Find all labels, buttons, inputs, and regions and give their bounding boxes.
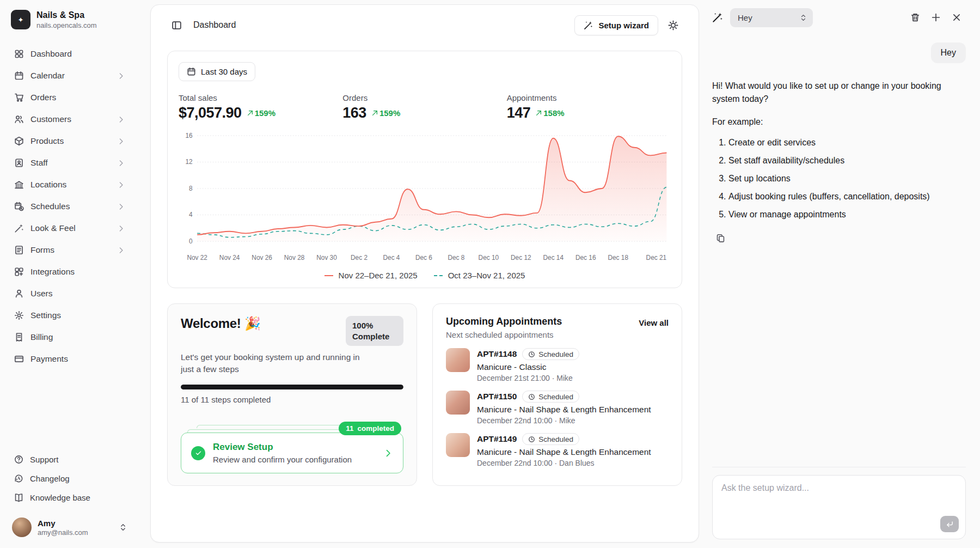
example-item: Adjust booking rules (buffers, cancellat… [728,190,954,203]
sidebar-item-label: Orders [30,93,56,102]
svg-text:16: 16 [185,132,192,139]
dashboard-icon [14,49,24,59]
chat-actions [906,8,966,27]
legend-label: Nov 22–Dec 21, 2025 [339,271,418,280]
sales-chart: 0481216Nov 22Nov 24Nov 26Nov 28Nov 30Dec… [179,129,671,280]
sidebar-item-integrations[interactable]: Integrations [9,261,131,282]
chat-input[interactable] [721,483,957,516]
sidebar-item-users[interactable]: Users [9,283,131,304]
copy-message-button[interactable] [712,230,728,246]
setup-wizard-button[interactable]: Setup wizard [574,15,658,35]
sidebar-item-look-feel[interactable]: Look & Feel [9,218,131,239]
chat-messages: Hey Hi! What would you like to set up or… [712,42,966,467]
sidebar-item-label: Dashboard [30,49,72,59]
sidebar-item-payments[interactable]: Payments [9,349,131,369]
svg-text:12: 12 [185,158,192,166]
welcome-description: Let's get your booking system up and run… [181,351,366,375]
progress-bar [181,385,403,389]
sidebar-item-label: Staff [30,158,48,168]
stat-delta: 159% [247,108,275,118]
appointment-id: APT#1148 [477,349,517,359]
sidebar-item-calendar[interactable]: Calendar [9,65,131,86]
panel-left-icon [171,20,182,31]
assistant-panel: Hey Hey Hi! What would you like to set u… [708,0,980,548]
sidebar-item-orders[interactable]: Orders [9,87,131,108]
payments-icon [14,354,24,364]
appointment-row[interactable]: APT#1150ScheduledManicure - Nail Shape &… [446,391,669,425]
review-setup-description: Review and confirm your configuration [213,455,352,464]
svg-text:0: 0 [189,238,193,245]
knowledge-base-icon [14,493,23,502]
clock-icon [528,436,535,443]
schedules-icon [14,202,24,211]
forms-icon [14,245,24,255]
sidebar-item-settings[interactable]: Settings [9,305,131,326]
appointment-row[interactable]: APT#1149ScheduledManicure - Nail Shape &… [446,433,669,467]
trash-icon [910,13,920,22]
stat-value: $7,057.90 [179,105,242,121]
svg-text:Dec 18: Dec 18 [608,254,628,261]
welcome-title: Welcome! 🎉 [181,316,261,331]
sidebar-item-knowledge-base[interactable]: Knowledge base [9,489,131,507]
sidebar-item-locations[interactable]: Locations [9,174,131,195]
new-conversation-button[interactable] [927,8,945,27]
chat-footer [712,467,966,539]
user-menu[interactable]: Amy amy@nails.com [9,514,131,540]
completed-label: completed [357,424,394,433]
welcome-header: Welcome! 🎉 100% Complete [181,316,403,346]
sidebar-item-label: Locations [30,180,66,190]
view-all-link[interactable]: View all [639,318,669,327]
progress-fill [181,385,403,389]
date-range-button[interactable]: Last 30 days [179,62,255,81]
conversation-select[interactable]: Hey [730,8,813,27]
stat-label: Total sales [179,93,342,102]
wand-icon [712,12,723,23]
sidebar-item-label: Integrations [30,267,75,277]
look-feel-icon [14,223,24,233]
close-panel-button[interactable] [947,8,966,27]
sidebar-item-dashboard[interactable]: Dashboard [9,44,131,64]
theme-toggle-button[interactable] [664,16,682,34]
workspace-name: Nails & Spa [36,10,97,20]
send-button[interactable] [940,516,959,532]
appointment-time: December 22nd 10:00 · Mike [477,416,651,425]
changelog-icon [14,474,23,483]
return-icon [946,520,954,528]
sidebar-item-label: Customers [30,114,71,124]
chevron-right-icon [117,137,125,145]
sales-chart-svg: 0481216Nov 22Nov 24Nov 26Nov 28Nov 30Dec… [179,129,671,264]
chevron-right-icon [117,115,125,124]
appointment-service: Manicure - Classic [477,362,579,372]
chevron-right-icon [117,159,125,167]
sidebar-item-customers[interactable]: Customers [9,109,131,130]
sidebar-item-billing[interactable]: Billing [9,327,131,348]
main-content: Dashboard Setup wizard Last 30 days Tota… [150,4,699,543]
clock-icon [528,393,535,400]
sidebar-item-schedules[interactable]: Schedules [9,196,131,217]
stat-orders: Orders163159% [342,93,506,121]
trend-up-icon [535,109,542,117]
delete-conversation-button[interactable] [906,8,924,27]
sidebar-toggle-button[interactable] [167,16,186,34]
sidebar-item-support[interactable]: Support [9,450,131,468]
sidebar-item-label: Changelog [30,474,70,483]
sidebar-spacer [9,369,131,450]
assistant-intro: Hi! What would you like to set up or cha… [712,80,954,106]
settings-icon [14,310,24,320]
sidebar-item-forms[interactable]: Forms [9,240,131,260]
appointment-row[interactable]: APT#1148ScheduledManicure - ClassicDecem… [446,348,669,382]
chevron-right-icon [117,72,125,80]
legend-item: Nov 22–Dec 21, 2025 [324,271,418,280]
review-setup-card[interactable]: Review Setup Review and confirm your con… [181,433,403,473]
chart-legend: Nov 22–Dec 21, 2025Oct 23–Nov 21, 2025 [179,271,671,280]
appointment-thumbnail [446,433,470,457]
sidebar-item-staff[interactable]: Staff [9,153,131,173]
stat-appointments: Appointments147158% [507,93,671,121]
workspace-domain: nails.opencals.com [36,21,97,29]
sidebar-item-changelog[interactable]: Changelog [9,470,131,488]
workspace-switcher[interactable]: ✦ Nails & Spa nails.opencals.com [9,9,131,35]
sidebar-item-products[interactable]: Products [9,131,131,151]
svg-text:Dec 4: Dec 4 [383,254,400,261]
bottom-row: Welcome! 🎉 100% Complete Let's get your … [167,303,682,486]
completion-badge: 100% Complete [346,316,403,346]
